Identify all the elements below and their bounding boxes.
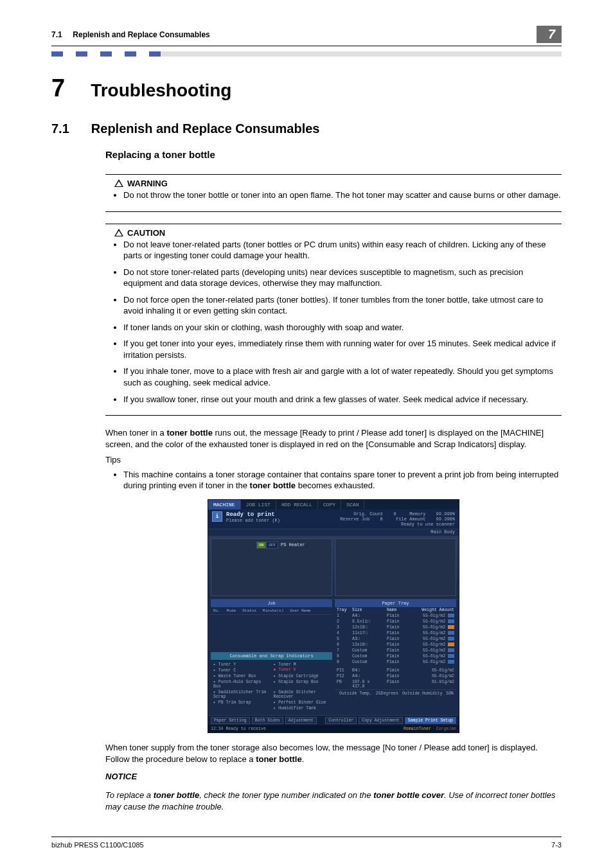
tab-joblist[interactable]: JOB LIST: [241, 500, 276, 509]
decorative-stripe: [51, 51, 562, 57]
footer-page: 7-3: [551, 841, 562, 849]
heater-off-button[interactable]: OFF: [266, 542, 278, 549]
ready-status: i Ready to print Please add toner (K): [212, 511, 280, 523]
chapter-badge: 7: [537, 26, 562, 43]
info-icon: i: [212, 511, 222, 522]
section-number: 7.1: [51, 121, 69, 136]
caution-box: CAUTION Do not leave toner-related parts…: [105, 224, 562, 416]
tray-table: TraySizeNameWeight Amount 1A4□Plain55-61…: [335, 607, 456, 689]
page-header: 7.1 Replenish and Replace Consumables 7: [51, 26, 562, 46]
subheading: Replacing a toner bottle: [105, 149, 562, 160]
page-footer: bizhub PRESS C1100/C1085 7-3: [51, 837, 562, 849]
tab-scan[interactable]: SCAN: [341, 500, 364, 509]
footer-model: bizhub PRESS C1100/C1085: [51, 841, 144, 849]
main-body-label: Main Body: [431, 529, 455, 535]
caution-item: Do not force open the toner-related part…: [123, 294, 562, 317]
job-panel-header: Job: [211, 599, 332, 607]
tray-panel-header: Paper Tray: [335, 599, 456, 607]
machine-diagram-right: [335, 538, 456, 596]
job-columns: No.ModeStatusMinute(s)User Name: [211, 607, 332, 615]
tab-hddrecall[interactable]: HDD RECALL: [276, 500, 318, 509]
tip-item: This machine contains a toner storage co…: [123, 469, 562, 492]
warning-box: WARNING Do not throw the toner bottle or…: [105, 174, 562, 212]
caution-item: Do not leave toner-related parts (toner …: [123, 239, 562, 261]
caution-label: CAUTION: [127, 228, 165, 238]
chapter-number: 7: [51, 75, 65, 102]
warning-item: Do not throw the toner bottle or toner i…: [123, 190, 562, 201]
caution-item: If toner lands on your skin or clothing,…: [123, 322, 562, 333]
caution-icon: [114, 229, 123, 237]
header-section-name: Replenish and Replace Consumables: [73, 30, 209, 39]
body-para-2: When toner supply from the toner storage…: [105, 742, 562, 765]
section-heading: 7.1 Replenish and Replace Consumables: [51, 121, 562, 136]
caution-item: If you inhale toner, move to a place wit…: [123, 366, 562, 388]
environment-readout: Outside Temp.25Degrees Outside Humidity5…: [335, 689, 456, 697]
consumables-header: Consumable and Scrap Indicators: [211, 652, 332, 660]
controller-button[interactable]: Controller: [325, 717, 357, 724]
ps-heater: ON OFF PS Heater: [256, 542, 305, 549]
section-title: Replenish and Replace Consumables: [91, 121, 320, 136]
heater-on-button[interactable]: ON: [256, 542, 266, 549]
tab-copy[interactable]: COPY: [318, 500, 341, 509]
tips-label: Tips: [105, 454, 562, 466]
paper-setting-button[interactable]: Paper Setting: [211, 717, 250, 724]
chapter-title: Troubleshooting: [91, 80, 231, 101]
adjustment-button[interactable]: Adjustment: [285, 717, 317, 724]
screen-status-bar: 12:34 Ready to receive RemainToner Corge…: [208, 725, 459, 732]
both-sides-button[interactable]: Both Sides: [252, 717, 283, 724]
screen-meta: Orig. Count 0 Memory 99.999% Reserve Job…: [340, 511, 455, 527]
copy-adjustment-button[interactable]: Copy Adjustment: [359, 717, 403, 724]
caution-item: If you swallow toner, rinse out your mou…: [123, 394, 562, 405]
warning-icon: [114, 179, 123, 188]
chapter-heading: 7 Troubleshooting: [51, 75, 562, 102]
machine-diagram-left: ON OFF PS Heater: [211, 538, 332, 596]
header-section-ref: 7.1: [51, 30, 62, 39]
machine-screen: MACHINE JOB LIST HDD RECALL COPY SCAN i …: [208, 499, 459, 733]
body-para-1: When toner in a toner bottle runs out, t…: [105, 427, 562, 450]
tab-machine[interactable]: MACHINE: [208, 500, 241, 509]
caution-item: If you get toner into your eyes, immedia…: [123, 338, 562, 360]
sample-print-button[interactable]: Sample Print Setup: [405, 717, 456, 724]
screen-tabs: MACHINE JOB LIST HDD RECALL COPY SCAN: [208, 500, 459, 509]
consumables-grid: ▸ Toner Y▸ Toner M ▸ Toner C● Toner K ▸ …: [211, 660, 332, 713]
notice-body: To replace a toner bottle, check the ton…: [105, 790, 562, 813]
warning-label: WARNING: [127, 179, 168, 188]
notice-heading: NOTICE: [105, 772, 562, 781]
caution-item: Do not store toner-related parts (develo…: [123, 267, 562, 289]
